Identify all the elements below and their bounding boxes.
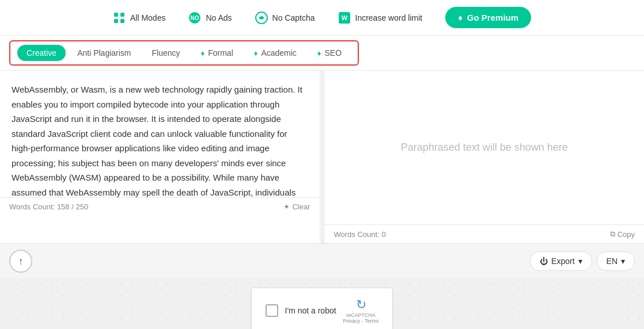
- panel-divider: [320, 71, 325, 243]
- tab-academic[interactable]: ♦ Academic: [245, 45, 306, 61]
- formal-label: Formal: [208, 48, 233, 58]
- clear-button[interactable]: ✦ Clear: [283, 202, 310, 211]
- left-panel-footer: Words Count: 158 / 250 ✦ Clear: [0, 197, 320, 216]
- premium-icon: ♦: [458, 13, 463, 22]
- recaptcha-brand: reCAPTCHA: [346, 312, 376, 318]
- svg-text:NO: NO: [191, 15, 199, 21]
- captcha-label: I'm not a robot: [285, 306, 336, 315]
- clear-label: Clear: [292, 202, 310, 211]
- svg-rect-0: [114, 13, 118, 17]
- no-captcha-icon: [255, 12, 268, 24]
- no-ads-label: No Ads: [206, 13, 232, 22]
- increase-word-limit-item[interactable]: W Increase word limit: [338, 12, 423, 24]
- modes-wrapper: Creative Anti Plagiarism Fluency ♦ Forma…: [0, 36, 644, 71]
- all-modes-icon: [113, 12, 126, 24]
- right-panel: Paraphrased text will be shown here Word…: [325, 71, 645, 243]
- copy-icon: ⧉: [610, 229, 615, 239]
- all-modes-label: All Modes: [130, 13, 165, 22]
- creative-label: Creative: [26, 48, 56, 58]
- svg-rect-3: [120, 19, 124, 23]
- input-text-area[interactable]: WebAssembly, or Wasm, is a new web techn…: [0, 71, 320, 197]
- recaptcha-privacy: Privacy - Terms: [343, 318, 379, 324]
- no-captcha-label: No Captcha: [272, 13, 315, 22]
- go-premium-button[interactable]: ♦ Go Premium: [445, 7, 531, 28]
- seo-label: SEO: [325, 48, 342, 58]
- tab-creative[interactable]: Creative: [17, 45, 66, 61]
- export-button[interactable]: ⏻ Export ▾: [530, 251, 592, 271]
- lang-label: EN: [607, 257, 618, 266]
- export-power-icon: ⏻: [540, 257, 548, 266]
- export-chevron-icon: ▾: [578, 257, 582, 266]
- academic-label: Academic: [261, 48, 296, 58]
- modes-tabs-container: Creative Anti Plagiarism Fluency ♦ Forma…: [9, 40, 359, 66]
- recaptcha-logo: ↻ reCAPTCHA Privacy - Terms: [343, 297, 379, 324]
- lang-chevron-icon: ▾: [621, 257, 625, 266]
- left-panel: WebAssembly, or Wasm, is a new web techn…: [0, 71, 320, 243]
- seo-diamond-icon: ♦: [317, 49, 321, 58]
- captcha-checkbox[interactable]: [266, 304, 278, 317]
- input-text: WebAssembly, or Wasm, is a new web techn…: [12, 82, 308, 197]
- clear-icon: ✦: [283, 202, 290, 211]
- word-limit-icon: W: [338, 12, 351, 24]
- no-captcha-item[interactable]: No Captcha: [255, 12, 315, 24]
- academic-diamond-icon: ♦: [254, 49, 258, 58]
- svg-text:W: W: [341, 14, 347, 21]
- tab-seo[interactable]: ♦ SEO: [308, 45, 351, 61]
- right-word-count: Words Count: 0: [334, 230, 386, 239]
- word-limit-label: Increase word limit: [355, 13, 423, 22]
- all-modes-item[interactable]: All Modes: [113, 12, 165, 24]
- fluency-label: Fluency: [152, 48, 180, 58]
- no-ads-item[interactable]: NO No Ads: [188, 12, 232, 24]
- paraphrased-text-area: Paraphrased text will be shown here: [325, 71, 645, 224]
- top-bar: All Modes NO No Ads No Captcha W Increas…: [0, 0, 644, 36]
- export-label: Export: [551, 257, 574, 266]
- language-button[interactable]: EN ▾: [597, 251, 635, 271]
- placeholder-text: Paraphrased text will be shown here: [401, 140, 568, 155]
- svg-rect-1: [120, 13, 124, 17]
- right-panel-footer: Words Count: 0 ⧉ Copy: [325, 224, 645, 243]
- upload-icon: ↑: [18, 255, 24, 267]
- captcha-area: I'm not a robot ↻ reCAPTCHA Privacy - Te…: [0, 278, 644, 329]
- right-toolbar: ⏻ Export ▾ EN ▾: [530, 251, 635, 271]
- copy-label: Copy: [618, 230, 635, 239]
- formal-diamond-icon: ♦: [201, 49, 205, 58]
- no-ads-icon: NO: [188, 12, 201, 24]
- left-word-count: Words Count: 158 / 250: [9, 202, 88, 211]
- svg-rect-2: [114, 19, 118, 23]
- anti-plagiarism-label: Anti Plagiarism: [77, 48, 131, 58]
- captcha-box: I'm not a robot ↻ reCAPTCHA Privacy - Te…: [251, 288, 393, 329]
- upload-button[interactable]: ↑: [9, 250, 32, 273]
- copy-button[interactable]: ⧉ Copy: [610, 229, 635, 239]
- tab-anti-plagiarism[interactable]: Anti Plagiarism: [68, 45, 140, 61]
- go-premium-label: Go Premium: [467, 13, 518, 22]
- bottom-toolbar: ↑ ⏻ Export ▾ EN ▾: [0, 243, 644, 278]
- recaptcha-icon: ↻: [356, 297, 366, 312]
- tab-fluency[interactable]: Fluency: [143, 45, 190, 61]
- main-area: WebAssembly, or Wasm, is a new web techn…: [0, 71, 644, 243]
- tab-formal[interactable]: ♦ Formal: [192, 45, 243, 61]
